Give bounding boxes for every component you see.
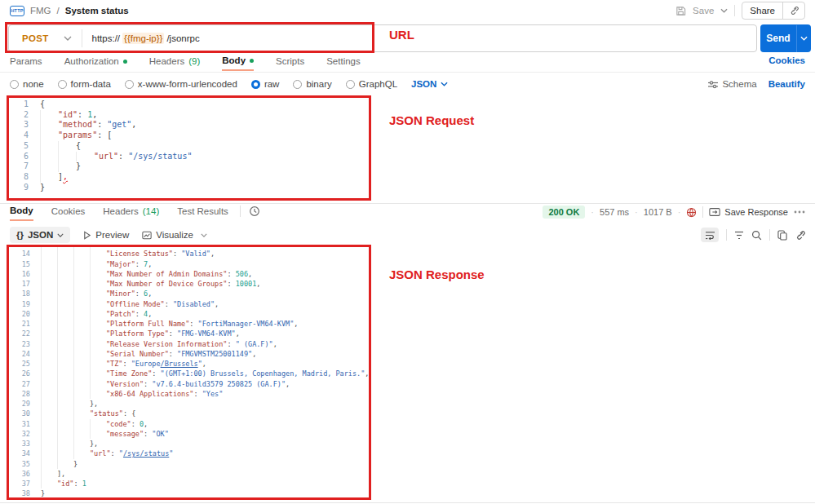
response-format-label: JSON xyxy=(28,230,53,240)
indent-guide xyxy=(73,379,90,389)
response-history-icon[interactable] xyxy=(249,206,260,217)
code-line: 26"Time Zone": "(GMT+1:00) Brussels, Cop… xyxy=(7,369,807,378)
wrap-text-icon[interactable] xyxy=(701,228,719,242)
code-token: : xyxy=(118,152,128,162)
code-token: "Yes" xyxy=(202,389,224,399)
body-type-radio-binary[interactable]: binary xyxy=(293,79,331,89)
method-selector[interactable]: POST xyxy=(9,33,82,43)
dot-separator: · xyxy=(678,207,681,217)
indent-guide xyxy=(73,439,90,449)
body-type-radio-none[interactable]: none xyxy=(10,79,44,89)
sliders-icon xyxy=(708,80,718,89)
body-type-radio-raw[interactable]: raw xyxy=(251,79,280,89)
tab-test-results[interactable]: Test Results xyxy=(177,206,228,220)
tab-scripts[interactable]: Scripts xyxy=(276,55,304,71)
url-variable[interactable]: {{fmg-ip}} xyxy=(122,33,164,44)
breadcrumb-collection[interactable]: FMG xyxy=(30,6,51,15)
url-input[interactable]: https:// {{fmg-ip}} /jsonrpc xyxy=(92,33,200,44)
more-options-icon[interactable] xyxy=(794,210,805,214)
indent-guide xyxy=(41,429,57,439)
divider xyxy=(734,5,735,16)
code-token: , xyxy=(273,339,277,349)
code-token: , xyxy=(144,419,148,429)
body-type-radio-graphql[interactable]: GraphQL xyxy=(346,79,397,89)
search-icon[interactable] xyxy=(751,230,762,241)
indent-guide xyxy=(58,161,76,172)
share-button[interactable]: Share xyxy=(742,6,782,15)
tab-label: Headers xyxy=(103,206,138,216)
code-token: "message" xyxy=(106,429,144,439)
code-line: 18"Minor": 6, xyxy=(7,289,807,298)
preview-label: Preview xyxy=(95,230,129,240)
code-line: 36], xyxy=(7,469,807,479)
code-line: 17"Max Number of Device Groups": 10001, xyxy=(7,279,807,289)
response-toolbar: {} JSON Preview Visualize xyxy=(0,226,815,244)
code-token: , xyxy=(148,309,152,319)
code-token: , xyxy=(252,349,256,359)
cookies-link[interactable]: Cookies xyxy=(768,55,805,65)
preview-button[interactable]: Preview xyxy=(83,230,129,240)
beautify-button[interactable]: Beautify xyxy=(768,79,805,89)
code-token: "url" xyxy=(94,152,118,162)
code-line: 28"x86-64 Applications": "Yes" xyxy=(7,389,807,399)
save-response-button[interactable]: Save Response xyxy=(709,207,788,217)
code-line: 34"url": "/sys/status" xyxy=(7,449,807,458)
link-icon[interactable] xyxy=(795,230,805,241)
body-type-radio-x-www-form-urlencoded[interactable]: x-www-form-urlencoded xyxy=(125,79,237,89)
code-token: , xyxy=(131,120,136,130)
tab-headers[interactable]: Headers(9) xyxy=(149,55,201,71)
code-token: "url" xyxy=(90,449,111,458)
filter-icon[interactable] xyxy=(734,231,744,240)
ssl-warning-globe-icon[interactable] xyxy=(686,207,697,218)
code-token: : xyxy=(135,289,144,298)
tab-headers[interactable]: Headers(14) xyxy=(103,206,159,220)
code-line: 19"Offline Mode": "Disabled", xyxy=(7,299,807,309)
json-link[interactable]: /Brussels xyxy=(161,359,198,369)
radio-icon xyxy=(10,80,19,89)
copy-icon[interactable] xyxy=(777,230,787,241)
tab-label: Body xyxy=(10,206,33,215)
code-line: 37"id": 1 xyxy=(7,479,807,489)
tab-label: Headers xyxy=(149,56,184,66)
indent-guide xyxy=(40,120,58,130)
tab-cookies[interactable]: Cookies xyxy=(51,206,86,220)
indent-guide xyxy=(90,369,106,378)
send-options-chevron-icon[interactable] xyxy=(797,36,811,41)
visualize-button[interactable]: Visualize xyxy=(142,230,207,240)
line-number: 26 xyxy=(7,369,30,378)
save-response-icon xyxy=(709,207,720,217)
response-body-viewer[interactable]: 13"Hostname": "FMG-1",14"License Status"… xyxy=(7,245,807,499)
unsaved-dot-icon xyxy=(250,59,254,63)
braces-icon: {} xyxy=(16,230,24,240)
line-number: 31 xyxy=(7,419,30,429)
tab-authorization[interactable]: Authorization xyxy=(64,55,127,71)
send-button[interactable]: Send xyxy=(760,24,811,52)
tab-params[interactable]: Params xyxy=(10,55,42,71)
line-number: 2 xyxy=(7,110,29,121)
tab-settings[interactable]: Settings xyxy=(326,55,361,71)
indent-guide xyxy=(90,299,106,309)
code-line: 3"method": "get", xyxy=(7,120,807,130)
tab-body[interactable]: Body xyxy=(10,206,33,221)
code-line: 23"Release Version Information": " (GA.F… xyxy=(7,339,807,349)
tab-body[interactable]: Body xyxy=(222,55,254,71)
body-type-radio-form-data[interactable]: form-data xyxy=(58,79,111,89)
json-link[interactable]: /sys/status xyxy=(123,449,169,458)
indent-guide xyxy=(41,279,57,289)
response-format-selector[interactable]: {} JSON xyxy=(10,227,70,243)
code-token: " xyxy=(169,449,173,458)
request-body-editor[interactable]: 1{2"id": 1,3"method": "get",4"params": [… xyxy=(7,97,807,201)
indent-guide xyxy=(41,309,57,319)
code-line: 2"id": 1, xyxy=(7,110,807,121)
response-time: 557 ms xyxy=(600,207,629,217)
url-suffix: /jsonrpc xyxy=(166,33,199,43)
schema-button[interactable]: Schema xyxy=(708,79,756,89)
raw-language-selector[interactable]: JSON xyxy=(411,79,448,89)
copy-link-icon[interactable] xyxy=(783,6,804,15)
save-button[interactable]: Save xyxy=(693,6,714,15)
indent-guide xyxy=(73,249,90,259)
code-token: "Disabled" xyxy=(173,299,215,309)
indent-guide xyxy=(73,389,90,399)
save-options-chevron-icon[interactable] xyxy=(720,8,728,13)
code-token: , xyxy=(294,319,298,329)
